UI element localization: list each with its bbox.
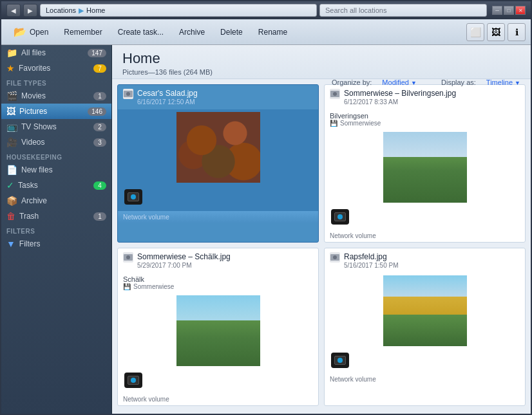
sidebar-item-movies[interactable]: 🎬 Movies 1: [1, 88, 111, 104]
open-label: Open: [30, 28, 48, 37]
remember-button[interactable]: Remember: [57, 23, 109, 42]
archive-label: Archive: [21, 196, 106, 205]
close-button[interactable]: ✕: [515, 6, 526, 15]
sidebar-item-pictures[interactable]: 🖼 Pictures 146: [1, 104, 111, 119]
file-card-cesars-salad[interactable]: Cesar's Salad.jpg 6/16/2017 12:50 AM: [117, 84, 319, 243]
rename-label: Rename: [258, 28, 287, 37]
nav-buttons: ◀ ▶: [6, 4, 37, 17]
file-card-header-bilveringsen: Sommerwiese – Bilveringsen.jpg 6/12/2017…: [325, 85, 525, 109]
content-header-wrapper: Home Pictures—136 files (264 MB) Organiz…: [112, 45, 531, 79]
file-card-header-cesars: Cesar's Salad.jpg 6/16/2017 12:50 AM: [118, 85, 318, 109]
view-thumbnails-button[interactable]: 🖼: [487, 23, 505, 41]
movies-icon: 🎬: [6, 91, 17, 101]
create-task-label: Create task...: [118, 28, 164, 37]
file-card-header-rapsfeld: Rapsfeld.jpg 5/16/2017 1:50 PM: [325, 248, 525, 273]
file-thumbnail-bilveringsen: [383, 132, 467, 203]
trash-badge: 1: [93, 212, 106, 221]
archive-button[interactable]: Archive: [172, 23, 212, 42]
file-date-schalk: 5/29/2017 7:00 PM: [137, 262, 313, 269]
file-info-bilveringsen: Sommerwiese – Bilveringsen.jpg 6/12/2017…: [344, 89, 520, 106]
content-header: Home Pictures—136 files (264 MB): [112, 45, 531, 79]
sidebar-item-all-files[interactable]: 📁 All files 147: [1, 45, 111, 60]
tasks-label: Tasks: [18, 181, 90, 190]
delete-label: Delete: [220, 28, 243, 37]
archive-label: Archive: [179, 28, 205, 37]
file-footer-cesars: Network volume: [118, 211, 318, 223]
forward-button[interactable]: ▶: [23, 4, 37, 17]
file-card-rapsfeld[interactable]: Rapsfeld.jpg 5/16/2017 1:50 PM: [324, 248, 526, 406]
breadcrumb[interactable]: Locations ▶ Home: [40, 4, 317, 17]
window-controls: ─ □ ✕: [492, 6, 526, 15]
file-date-bilveringsen: 6/12/2017 8:33 AM: [344, 98, 520, 106]
rename-button[interactable]: Rename: [251, 23, 294, 42]
all-files-label: All files: [21, 48, 84, 57]
camera-icon-schalk: [128, 376, 139, 385]
camera-icon-rapsfeld: [334, 356, 346, 365]
file-date-cesars: 6/16/2017 12:50 AM: [137, 98, 313, 106]
breadcrumb-root: Locations: [46, 6, 76, 14]
file-card-header-schalk: Sommerwiese – Schälk.jpg 5/29/2017 7:00 …: [118, 248, 318, 273]
favorites-label: Favorites: [19, 64, 90, 73]
favorites-icon: ★: [6, 63, 15, 73]
tv-shows-badge: 2: [93, 123, 106, 131]
main-layout: 📁 All files 147 ★ Favorites 7 FILE TYPES…: [1, 45, 531, 414]
toolbar: 📂 Open Remember Create task... Archive D…: [1, 19, 531, 45]
organize-bar: Organize by: Modified ▼ Display as: Time…: [332, 78, 520, 86]
content-subtitle: Pictures—136 files (264 MB): [122, 68, 520, 76]
sidebar-item-tasks[interactable]: ✓ Tasks 4: [1, 178, 111, 193]
maximize-button[interactable]: □: [504, 6, 514, 15]
file-footer-bilveringsen: Network volume: [325, 230, 525, 242]
new-files-label: New files: [21, 165, 106, 174]
svg-point-11: [333, 255, 337, 259]
toolbar-right: ⬜ 🖼 ℹ: [466, 23, 526, 41]
file-meta2-bilveringsen: 💾 Sommerwiese: [330, 120, 520, 127]
sidebar-item-trash[interactable]: 🗑 Trash 1: [1, 208, 111, 224]
file-grid: Cesar's Salad.jpg 6/16/2017 12:50 AM: [112, 79, 531, 414]
title-bar: ◀ ▶ Locations ▶ Home Search all location…: [1, 1, 531, 19]
display-as-value[interactable]: Timeline ▼: [486, 78, 520, 86]
open-icon: 📂: [14, 26, 26, 38]
organize-by-label: Organize by:: [332, 78, 372, 86]
display-as-value-text: Timeline: [486, 78, 513, 86]
file-name-bilveringsen: Sommerwiese – Bilveringsen.jpg: [344, 89, 520, 98]
sidebar-item-new-files[interactable]: 📄 New files: [1, 162, 111, 178]
create-task-button[interactable]: Create task...: [111, 23, 171, 42]
file-meta1-bilveringsen: Bilveringsen: [330, 112, 520, 120]
delete-button[interactable]: Delete: [213, 23, 250, 42]
all-files-icon: 📁: [6, 48, 17, 58]
back-button[interactable]: ◀: [6, 4, 21, 17]
file-date-rapsfeld: 5/16/2017 1:50 PM: [344, 262, 520, 269]
sidebar-item-videos[interactable]: 🎥 Videos 3: [1, 134, 111, 150]
file-info-cesars: Cesar's Salad.jpg 6/16/2017 12:50 AM: [137, 89, 313, 106]
videos-badge: 3: [93, 138, 106, 147]
movies-label: Movies: [21, 91, 90, 100]
favorites-badge: 7: [93, 64, 106, 73]
sidebar: 📁 All files 147 ★ Favorites 7 FILE TYPES…: [1, 45, 112, 414]
landscape-img-bilveringsen: [383, 132, 467, 203]
file-meta-bilveringsen: Bilveringsen 💾 Sommerwiese: [325, 109, 525, 129]
minimize-button[interactable]: ─: [492, 6, 502, 15]
sidebar-item-tv-shows[interactable]: 📺 TV Shows 2: [1, 119, 111, 134]
sidebar-item-filters[interactable]: ▼ Filters: [1, 236, 111, 252]
drive-icon-bilveringsen: 💾: [330, 120, 337, 127]
camera-badge-rapsfeld: [331, 353, 349, 368]
sidebar-item-favorites[interactable]: ★ Favorites 7: [1, 60, 111, 76]
trash-icon: 🗑: [6, 211, 15, 221]
pictures-label: Pictures: [19, 107, 84, 116]
breadcrumb-separator: ▶: [79, 6, 84, 15]
videos-icon: 🎥: [6, 137, 17, 147]
file-card-schalk[interactable]: Sommerwiese – Schälk.jpg 5/29/2017 7:00 …: [117, 248, 319, 406]
organize-by-value[interactable]: Modified ▼: [382, 78, 417, 86]
open-button[interactable]: 📂 Open: [6, 23, 55, 42]
file-meta1-schalk: Schälk: [123, 275, 313, 283]
camera-icon-bilveringsen: [334, 212, 346, 221]
search-placeholder: Search all locations: [325, 6, 386, 14]
search-bar[interactable]: Search all locations: [319, 4, 487, 17]
info-button[interactable]: ℹ: [508, 23, 526, 41]
file-name-rapsfeld: Rapsfeld.jpg: [344, 252, 520, 261]
camera-badge-bilveringsen: [331, 209, 349, 225]
view-columns-button[interactable]: ⬜: [466, 23, 484, 41]
file-card-bilveringsen[interactable]: Sommerwiese – Bilveringsen.jpg 6/12/2017…: [324, 84, 526, 243]
sidebar-item-archive[interactable]: 📦 Archive: [1, 193, 111, 208]
svg-point-8: [126, 255, 130, 259]
